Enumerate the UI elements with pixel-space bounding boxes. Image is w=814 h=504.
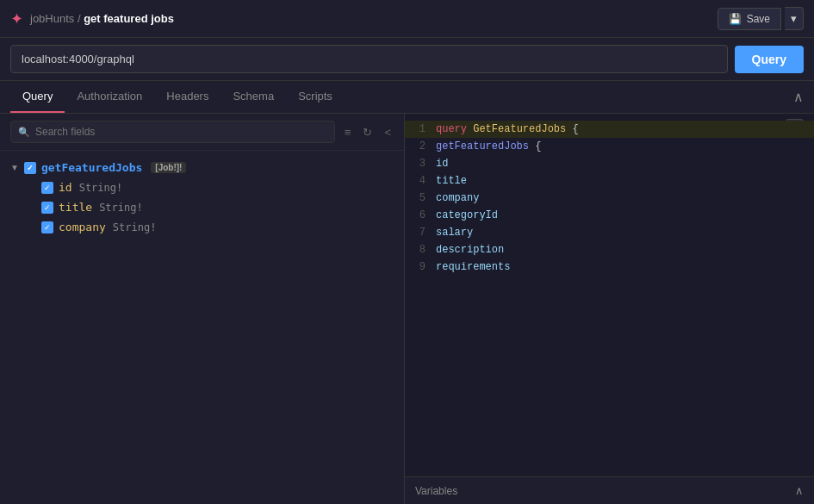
root-checkbox[interactable] bbox=[24, 162, 36, 174]
line-number: 9 bbox=[405, 259, 436, 275]
field-checkbox[interactable] bbox=[41, 202, 53, 214]
tab-authorization[interactable]: Authorization bbox=[65, 81, 154, 113]
code-line: 1 query GetFeaturedJobs { bbox=[405, 121, 814, 138]
top-bar-right: 💾 Save ▾ bbox=[718, 7, 804, 30]
code-line: 4 title bbox=[405, 172, 814, 190]
field-type: String! bbox=[99, 202, 143, 214]
app-icon: ✦ bbox=[10, 9, 23, 28]
code-line: 6 categoryId bbox=[405, 207, 814, 224]
code-line: 8 description bbox=[405, 241, 814, 258]
search-icon: 🔍 bbox=[18, 127, 30, 138]
save-label: Save bbox=[747, 13, 770, 25]
search-bar: 🔍 ≡ ↻ < bbox=[0, 114, 404, 151]
line-content: getFeaturedJobs { bbox=[436, 139, 541, 154]
code-editor[interactable]: 1 query GetFeaturedJobs { 2 getFeaturedJ… bbox=[405, 114, 814, 476]
line-content: salary bbox=[436, 225, 473, 240]
query-tabs: Query Authorization Headers Schema Scrip… bbox=[10, 81, 345, 113]
url-input[interactable] bbox=[10, 45, 728, 73]
breadcrumb-root[interactable]: jobHunts bbox=[30, 12, 74, 25]
main-content: 🔍 ≡ ↻ < ▼ getFeaturedJobs [Job!]! bbox=[0, 114, 814, 504]
line-content: company bbox=[436, 190, 479, 206]
child-items: id String! title String! company String! bbox=[0, 177, 404, 237]
line-content: description bbox=[436, 242, 504, 258]
line-number: 6 bbox=[405, 208, 436, 223]
field-name: id bbox=[59, 181, 72, 194]
variables-collapse-button[interactable]: ∧ bbox=[795, 484, 804, 497]
list-item[interactable]: company String! bbox=[31, 217, 404, 237]
root-field-name: getFeaturedJobs bbox=[41, 161, 142, 174]
variables-label: Variables bbox=[415, 485, 457, 497]
tree-root-item[interactable]: ▼ getFeaturedJobs [Job!]! bbox=[0, 158, 404, 177]
tab-headers[interactable]: Headers bbox=[154, 81, 221, 113]
line-content: title bbox=[436, 173, 467, 189]
refresh-button[interactable]: ↻ bbox=[360, 123, 375, 141]
code-line: 2 getFeaturedJobs { bbox=[405, 138, 814, 155]
url-bar: Query bbox=[0, 38, 814, 81]
line-content: id bbox=[436, 156, 448, 171]
line-number: 7 bbox=[405, 225, 436, 240]
save-icon: 💾 bbox=[729, 13, 742, 25]
code-line: 7 salary bbox=[405, 224, 814, 241]
line-number: 1 bbox=[405, 121, 436, 137]
code-line: 3 id bbox=[405, 155, 814, 172]
breadcrumb-current: get featured jobs bbox=[84, 12, 174, 25]
top-bar: ✦ jobHunts / get featured jobs 💾 Save ▾ bbox=[0, 0, 814, 38]
list-item[interactable]: id String! bbox=[31, 177, 404, 197]
search-input[interactable] bbox=[35, 126, 327, 138]
fields-tree: ▼ getFeaturedJobs [Job!]! id String! tit… bbox=[0, 151, 404, 504]
save-button[interactable]: 💾 Save bbox=[718, 8, 781, 30]
line-number: 2 bbox=[405, 139, 436, 154]
field-type: String! bbox=[113, 221, 157, 233]
code-line: 5 company bbox=[405, 190, 814, 207]
line-content: requirements bbox=[436, 259, 510, 275]
query-button[interactable]: Query bbox=[735, 46, 804, 73]
code-line: 9 requirements bbox=[405, 258, 814, 276]
breadcrumb: jobHunts / get featured jobs bbox=[30, 12, 174, 25]
filter-button[interactable]: ≡ bbox=[342, 123, 354, 141]
tab-scripts[interactable]: Scripts bbox=[286, 81, 345, 113]
field-checkbox[interactable] bbox=[41, 182, 53, 194]
root-field-badge: [Job!]! bbox=[151, 162, 186, 173]
field-type: String! bbox=[79, 182, 123, 194]
line-number: 3 bbox=[405, 156, 436, 171]
line-number: 8 bbox=[405, 242, 436, 258]
chevron-down-icon[interactable]: ▼ bbox=[10, 163, 19, 172]
field-checkbox[interactable] bbox=[41, 221, 53, 233]
tab-query[interactable]: Query bbox=[10, 81, 65, 113]
line-content: categoryId bbox=[436, 208, 498, 223]
right-panel: {} 1 query GetFeaturedJobs { 2 getFeatur… bbox=[405, 114, 814, 504]
field-name: company bbox=[59, 221, 106, 233]
tabs-row: Query Authorization Headers Schema Scrip… bbox=[0, 81, 814, 114]
collapse-left-button[interactable]: < bbox=[382, 123, 394, 141]
search-input-wrap: 🔍 bbox=[10, 121, 335, 143]
collapse-button[interactable]: ∧ bbox=[793, 89, 804, 105]
line-content: query GetFeaturedJobs { bbox=[436, 121, 579, 137]
left-panel: 🔍 ≡ ↻ < ▼ getFeaturedJobs [Job!]! bbox=[0, 114, 405, 504]
search-actions: ≡ ↻ < bbox=[342, 123, 394, 141]
variables-bar: Variables ∧ bbox=[405, 476, 814, 504]
field-name: title bbox=[59, 201, 92, 214]
line-number: 5 bbox=[405, 190, 436, 206]
tab-schema[interactable]: Schema bbox=[221, 81, 286, 113]
line-number: 4 bbox=[405, 173, 436, 189]
top-bar-left: ✦ jobHunts / get featured jobs bbox=[10, 9, 174, 28]
save-dropdown-button[interactable]: ▾ bbox=[785, 7, 804, 30]
list-item[interactable]: title String! bbox=[31, 197, 404, 217]
